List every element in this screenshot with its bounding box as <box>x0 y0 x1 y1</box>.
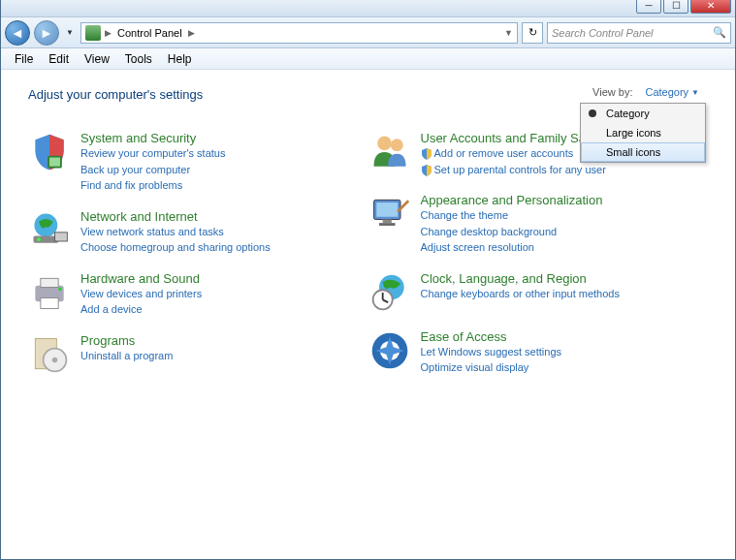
svg-rect-5 <box>55 232 68 240</box>
category-programs: Programs Uninstall a program <box>28 333 368 376</box>
category-ease-of-access: Ease of Access Let Windows suggest setti… <box>368 329 709 376</box>
minimize-button[interactable]: ─ <box>636 0 661 14</box>
search-input[interactable]: Search Control Panel 🔍 <box>547 22 731 44</box>
link-keyboards[interactable]: Change keyboards or other input methods <box>421 286 620 302</box>
category-clock: Clock, Language, and Region Change keybo… <box>368 271 709 314</box>
svg-rect-16 <box>376 202 398 217</box>
view-by-value: Category <box>645 86 688 98</box>
address-bar[interactable]: ▶ Control Panel ▶ ▼ <box>80 22 518 44</box>
link-add-remove-accounts[interactable]: Add or remove user accounts <box>421 145 606 162</box>
svg-rect-1 <box>49 158 60 167</box>
category-title[interactable]: Ease of Access <box>421 329 562 344</box>
category-title[interactable]: Hardware and Sound <box>80 271 202 286</box>
menu-view[interactable]: View <box>77 50 117 68</box>
maximize-button[interactable]: ☐ <box>663 0 688 14</box>
monitor-paint-icon <box>368 193 411 235</box>
control-panel-icon <box>85 25 101 41</box>
address-history-icon[interactable]: ▼ <box>504 28 513 38</box>
back-button[interactable]: ◄ <box>5 20 30 46</box>
svg-point-14 <box>390 139 402 151</box>
category-title[interactable]: Programs <box>80 333 173 348</box>
view-option-small-icons[interactable]: Small icons <box>581 142 705 162</box>
breadcrumb-control-panel[interactable]: Control Panel <box>115 27 184 39</box>
breadcrumb-separator-icon: ▶ <box>188 28 195 38</box>
link-suggest-settings[interactable]: Let Windows suggest settings <box>421 344 562 360</box>
ease-access-icon <box>368 329 411 372</box>
clock-globe-icon <box>368 271 411 314</box>
forward-button[interactable]: ► <box>34 20 59 46</box>
radio-selected-icon <box>589 109 596 117</box>
window-frame: ─ ☐ ✕ ◄ ► ▼ ▶ Control Panel ▶ ▼ ↻ Search… <box>0 0 736 560</box>
view-by-label: View by: <box>592 86 632 98</box>
breadcrumb-separator-icon: ▶ <box>105 28 112 38</box>
link-desktop-bg[interactable]: Change desktop background <box>421 224 603 240</box>
category-system-security: System and Security Review your computer… <box>28 131 368 194</box>
svg-point-12 <box>52 357 58 362</box>
link-uninstall[interactable]: Uninstall a program <box>80 348 173 364</box>
menu-edit[interactable]: Edit <box>41 50 77 68</box>
link-screen-res[interactable]: Adjust screen resolution <box>421 239 603 256</box>
menu-bar: File Edit View Tools Help <box>1 48 735 70</box>
printer-icon <box>28 271 71 314</box>
link-network-status[interactable]: View network status and tasks <box>80 224 271 240</box>
category-title[interactable]: User Accounts and Family Safety <box>421 131 606 145</box>
chevron-down-icon: ▼ <box>691 88 699 97</box>
svg-point-13 <box>377 137 392 151</box>
svg-rect-8 <box>41 297 58 308</box>
menu-help[interactable]: Help <box>160 50 200 68</box>
svg-rect-17 <box>382 220 391 224</box>
menu-file[interactable]: File <box>7 50 41 68</box>
view-option-category[interactable]: Category <box>581 104 705 123</box>
globe-network-icon <box>28 209 71 252</box>
category-title[interactable]: Network and Internet <box>80 209 271 224</box>
history-dropdown-icon[interactable]: ▼ <box>63 23 77 43</box>
view-by-control: View by: Category ▼ <box>592 83 706 101</box>
link-homegroup[interactable]: Choose homegroup and sharing options <box>80 239 271 256</box>
search-placeholder: Search Control Panel <box>552 27 654 39</box>
link-parental-controls[interactable]: Set up parental controls for any user <box>421 162 606 178</box>
menu-tools[interactable]: Tools <box>117 50 160 68</box>
view-by-dropdown[interactable]: Category ▼ <box>638 83 706 101</box>
category-appearance: Appearance and Personalization Change th… <box>368 193 709 256</box>
svg-rect-18 <box>379 223 396 226</box>
content-area: Adjust your computer's settings View by:… <box>1 70 735 559</box>
titlebar: ─ ☐ ✕ <box>1 0 735 17</box>
category-title[interactable]: Clock, Language, and Region <box>421 271 620 286</box>
category-title[interactable]: Appearance and Personalization <box>421 193 603 207</box>
refresh-button[interactable]: ↻ <box>522 22 543 44</box>
link-review-status[interactable]: Review your computer's status <box>80 145 225 162</box>
search-icon: 🔍 <box>713 26 726 39</box>
svg-rect-7 <box>41 278 58 287</box>
link-optimize-display[interactable]: Optimize visual display <box>421 359 562 376</box>
link-troubleshoot[interactable]: Find and fix problems <box>80 177 225 194</box>
category-network: Network and Internet View network status… <box>28 209 368 256</box>
shield-icon <box>28 131 71 173</box>
view-by-popup: Category Large icons Small icons <box>580 103 706 163</box>
box-cd-icon <box>28 333 71 376</box>
people-icon <box>368 131 411 173</box>
view-option-large-icons[interactable]: Large icons <box>581 123 705 142</box>
navigation-bar: ◄ ► ▼ ▶ Control Panel ▶ ▼ ↻ Search Contr… <box>1 17 735 48</box>
svg-point-4 <box>37 237 41 241</box>
link-backup[interactable]: Back up your computer <box>80 162 225 178</box>
close-button[interactable]: ✕ <box>690 0 731 14</box>
link-devices-printers[interactable]: View devices and printers <box>80 286 202 302</box>
category-title[interactable]: System and Security <box>80 131 225 145</box>
svg-point-9 <box>58 287 62 291</box>
category-hardware: Hardware and Sound View devices and prin… <box>28 271 368 318</box>
link-change-theme[interactable]: Change the theme <box>421 207 603 224</box>
link-add-device[interactable]: Add a device <box>80 301 202 318</box>
